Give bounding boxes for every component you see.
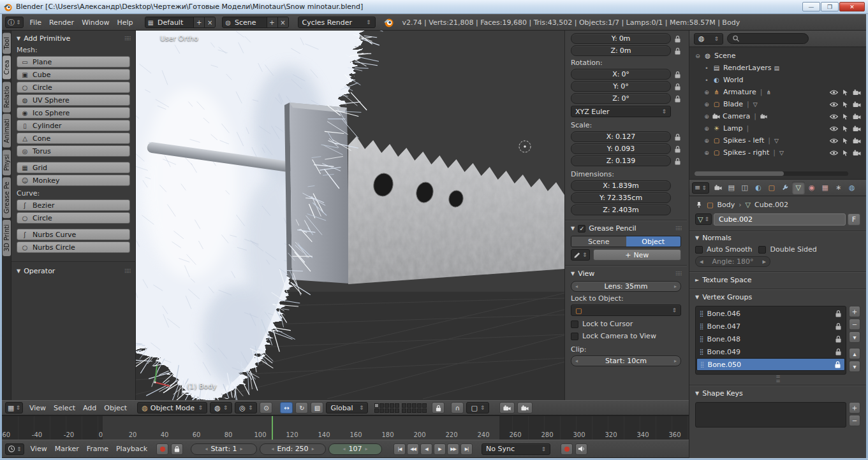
lock-icon[interactable] (835, 310, 842, 317)
camera-icon[interactable] (853, 126, 861, 132)
lock-icon[interactable] (674, 145, 681, 153)
viewport-menu-select[interactable]: Select (50, 403, 79, 413)
layer-cell[interactable] (412, 408, 416, 413)
tab-render-layers[interactable]: ▤ (725, 182, 738, 194)
lock-layers-button[interactable] (432, 402, 445, 413)
add-screen-button[interactable]: + (193, 17, 204, 27)
rotation-z-field[interactable]: Z:0° (571, 93, 671, 104)
gp-object-button[interactable]: Object (626, 236, 681, 247)
collapse-icon[interactable]: ⊖ (695, 53, 701, 59)
panel-drag-dots[interactable]: ⠿⠿ (675, 226, 681, 232)
cursor-icon[interactable] (842, 113, 848, 120)
delete-scene-button[interactable]: × (277, 17, 288, 27)
add-nurbs-circle-button[interactable]: ○Nurbs Circle (17, 241, 130, 253)
transform-orientation-dropdown[interactable]: Global⇕ (326, 402, 368, 413)
scale-z-field[interactable]: Z:0.139 (571, 155, 671, 166)
viewport-menu-view[interactable]: View (26, 403, 50, 413)
3d-viewport[interactable]: User Ortho (1) Body (136, 31, 564, 400)
layer-cell[interactable] (395, 408, 399, 413)
dimension-x-field[interactable]: X:1.839m (571, 180, 671, 191)
layer-cell[interactable] (379, 408, 384, 413)
eye-icon[interactable] (830, 89, 838, 96)
lock-icon[interactable] (674, 47, 681, 55)
breadcrumb-object[interactable]: Body (717, 201, 735, 209)
auto-smooth-checkbox[interactable] (695, 246, 703, 254)
clip-start-field[interactable]: ◂Start: 10cm▸ (571, 356, 681, 366)
add-grid-button[interactable]: ▦Grid (17, 162, 130, 173)
audio-sync-button[interactable] (575, 443, 587, 455)
outliner-item-scene[interactable]: ⊖ ◍ Scene (689, 50, 866, 62)
add-uv-sphere-button[interactable]: ◍UV Sphere (17, 94, 130, 106)
play-button[interactable]: ▶ (434, 443, 446, 455)
lock-object-field[interactable]: ▢⇕ (571, 305, 681, 316)
outliner-display-dropdown[interactable]: ◍⇕ (694, 33, 723, 45)
tool-tab-physi[interactable]: Physi (3, 150, 11, 175)
tab-scene[interactable]: ◫ (739, 182, 751, 194)
timeline-editor-type-button[interactable]: ⇕ (5, 443, 24, 455)
outliner-item-spikes-right[interactable]: ⊕▢Spikes - right|▽ (689, 147, 866, 159)
rotation-mode-dropdown[interactable]: XYZ Euler⇕ (571, 106, 671, 117)
frame-start-field[interactable]: ◂Start: 1▸ (191, 443, 257, 455)
tool-tab-crea[interactable]: Crea (3, 55, 11, 79)
layer-cell[interactable] (412, 403, 416, 408)
layer-cell[interactable] (417, 408, 422, 413)
expand-icon[interactable]: ⊕ (703, 113, 710, 120)
rotation-y-field[interactable]: Y:0° (571, 81, 671, 92)
info-menu-help[interactable]: Help (114, 17, 137, 28)
opengl-render-button[interactable] (499, 402, 515, 413)
lock-icon[interactable] (835, 335, 842, 343)
camera-icon[interactable] (853, 89, 861, 96)
camera-icon[interactable] (853, 138, 861, 144)
vertex-group-row-bone-046[interactable]: ⣿Bone.046 (696, 307, 845, 320)
pivot-point-dropdown[interactable]: ◎⇕ (235, 402, 257, 413)
lock-icon[interactable] (674, 95, 681, 103)
maximize-button[interactable]: ❐ (821, 2, 839, 11)
dot-icon[interactable]: • (703, 65, 710, 71)
rotate-manipulator-button[interactable]: ↻ (295, 402, 308, 413)
eye-icon[interactable] (830, 126, 838, 132)
outliner-item-armature[interactable]: ⊕⋔Armature|⋔ (689, 86, 866, 98)
add-bezier-button[interactable]: ʃBezier (17, 199, 130, 211)
mode-dropdown[interactable]: ◍Object Mode⇕ (137, 402, 207, 413)
lock-icon[interactable] (674, 83, 681, 90)
eye-icon[interactable] (830, 150, 838, 156)
current-frame-playhead[interactable] (272, 416, 273, 440)
info-menu-render[interactable]: Render (45, 17, 78, 28)
pin-icon[interactable] (695, 201, 703, 208)
cursor-icon[interactable] (842, 138, 848, 144)
layer-cell[interactable] (390, 403, 394, 408)
add-ico-sphere-button[interactable]: ◉Ico Sphere (17, 107, 130, 119)
delete-screen-button[interactable]: × (204, 17, 215, 27)
tool-tab-3d-printi[interactable]: 3D Printi (3, 220, 11, 256)
timeline-ruler[interactable]: -60-40-200204060801001201401601802002202… (2, 415, 689, 440)
previous-keyframe-button[interactable]: ◀◀ (407, 443, 419, 455)
scale-y-field[interactable]: Y:0.093 (571, 143, 671, 154)
shape-keys-list[interactable] (695, 402, 846, 428)
camera-icon[interactable] (853, 101, 861, 108)
record-button[interactable] (561, 443, 573, 455)
datablock-name-field[interactable]: Cube.002 (714, 213, 846, 226)
titlebar[interactable]: Blender [C:\Users\Александр\Desktop\Черт… (0, 0, 868, 14)
tab-texture[interactable]: ▦ (819, 182, 832, 194)
scene-selector[interactable]: ◍ Scene + × (222, 17, 288, 28)
outliner-item-world[interactable]: •◐World (689, 74, 866, 86)
info-editor-type-button[interactable]: ⓘ⇕ (5, 17, 24, 28)
timeline-menu-frame[interactable]: Frame (83, 443, 112, 454)
vertex-group-row-bone-048[interactable]: ⣿Bone.048 (696, 333, 845, 345)
add-torus-button[interactable]: ◎Torus (17, 145, 130, 157)
layer-cell[interactable] (395, 403, 399, 408)
camera-icon[interactable] (853, 113, 861, 120)
outliner-item-lamp[interactable]: ⊕☀Lamp| (689, 122, 866, 134)
shape-keys-panel-header[interactable]: ▼Shape Keys (695, 389, 860, 398)
gp-new-layer-button[interactable]: +New (593, 249, 681, 261)
cursor-icon[interactable] (842, 101, 848, 108)
jump-to-start-button[interactable]: |◀ (394, 443, 406, 455)
eye-icon[interactable] (830, 113, 838, 120)
list-resize-grip[interactable]: ≡≡ (689, 375, 866, 384)
grease-pencil-checkbox[interactable]: ✓ (578, 225, 585, 233)
timeline-menu-marker[interactable]: Marker (51, 443, 83, 454)
screen-layout-selector[interactable]: ▦ Default + × (145, 17, 216, 28)
dimension-z-field[interactable]: Z:2.403m (571, 205, 671, 215)
manipulate-center-points-button[interactable]: ⊙ (260, 402, 272, 413)
move-group-up-button[interactable]: ▴ (849, 348, 860, 359)
